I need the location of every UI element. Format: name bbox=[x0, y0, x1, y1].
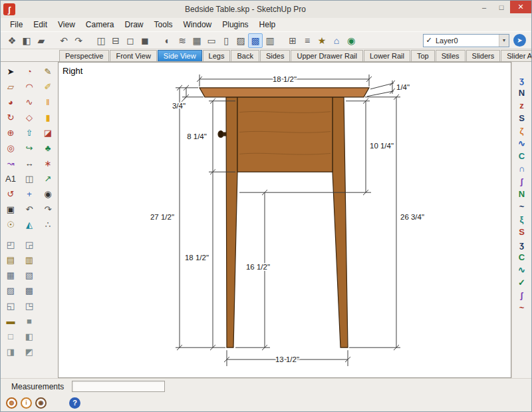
menu-plugins[interactable]: Plugins bbox=[217, 19, 253, 31]
menu-camera[interactable]: Camera bbox=[80, 19, 120, 31]
arc-tool-icon[interactable]: ◠ bbox=[21, 79, 38, 94]
box-corner2-icon[interactable]: ◳ bbox=[21, 298, 38, 313]
menu-view[interactable]: View bbox=[53, 19, 80, 31]
menu-help[interactable]: Help bbox=[254, 19, 281, 31]
tab-top[interactable]: Top bbox=[411, 50, 435, 61]
frame-icon[interactable]: □ bbox=[2, 329, 19, 343]
tab-perspective[interactable]: Perspective bbox=[59, 50, 109, 61]
edge-style-icon[interactable]: N bbox=[515, 188, 529, 200]
panel-icon[interactable]: ▥ bbox=[21, 252, 38, 267]
edge-style-icon[interactable]: ∿ bbox=[515, 264, 529, 276]
corner-block-icon[interactable]: ◩ bbox=[21, 344, 38, 359]
menu-draw[interactable]: Draw bbox=[120, 19, 149, 31]
edge-style-icon[interactable]: ✓ bbox=[515, 276, 529, 289]
edge-style-icon[interactable]: ξ bbox=[515, 213, 529, 226]
paint-icon[interactable]: ◧ bbox=[19, 33, 34, 48]
help-icon[interactable]: ? bbox=[69, 397, 80, 409]
monochrome-icon[interactable]: ▥ bbox=[263, 33, 277, 48]
menu-tools[interactable]: Tools bbox=[149, 19, 178, 31]
maximize-button[interactable]: □ bbox=[493, 1, 510, 13]
chevron-down-icon[interactable]: ▾ bbox=[499, 35, 509, 47]
dimension-tool-icon[interactable]: ↔ bbox=[21, 156, 38, 170]
close-button[interactable]: ✕ bbox=[510, 1, 531, 13]
fog-icon[interactable]: ≋ bbox=[175, 33, 190, 48]
move-tool-icon[interactable]: ⊕ bbox=[2, 125, 19, 140]
half-block-icon[interactable]: ◧ bbox=[21, 329, 38, 343]
mesh-icon[interactable]: ▧ bbox=[21, 268, 38, 282]
edge-style-icon[interactable]: ∩ bbox=[515, 162, 529, 175]
follow-me-tool-icon[interactable]: ↪ bbox=[21, 140, 38, 155]
tabletop[interactable] bbox=[200, 88, 369, 97]
compass-tool-icon[interactable]: ◔ bbox=[21, 64, 38, 79]
make-component-icon[interactable]: ❖ bbox=[5, 33, 19, 48]
shaded-icon[interactable]: ▨ bbox=[233, 33, 248, 48]
front-leg[interactable] bbox=[226, 97, 237, 347]
shaded-textures-icon[interactable]: ▩ bbox=[248, 33, 263, 48]
edge-style-icon[interactable]: C bbox=[515, 150, 529, 162]
position-camera-icon[interactable]: ☉ bbox=[2, 217, 19, 232]
protractor-tool-icon[interactable]: ◕ bbox=[2, 95, 19, 109]
block-icon[interactable]: ■ bbox=[21, 313, 38, 328]
model-info-icon[interactable]: ◉ bbox=[35, 397, 47, 409]
instructor-icon[interactable]: ➤ bbox=[513, 34, 526, 47]
credits-icon[interactable]: i bbox=[21, 397, 32, 409]
highlighter-tool-icon[interactable]: ▮ bbox=[39, 110, 57, 124]
cube-icon[interactable]: ◰ bbox=[2, 237, 19, 252]
tab-side-view[interactable]: Side View bbox=[158, 50, 202, 61]
minimize-button[interactable]: – bbox=[475, 1, 493, 13]
shadows-icon[interactable]: ◐ bbox=[160, 33, 175, 48]
layer-select[interactable]: ✓ Layer0 ▾ bbox=[423, 34, 509, 47]
tree-tool-icon[interactable]: ♣ bbox=[39, 140, 57, 155]
paint-bucket-tool-icon[interactable]: ◪ bbox=[39, 125, 57, 140]
look-around-icon[interactable]: ◭ bbox=[21, 217, 38, 232]
text-tool-icon[interactable]: A1 bbox=[2, 171, 19, 186]
edge-style-icon[interactable]: S bbox=[515, 226, 529, 238]
redo-icon[interactable]: ↷ bbox=[71, 33, 86, 48]
box-corner-icon[interactable]: ◱ bbox=[2, 298, 19, 313]
tab-sliders[interactable]: Sliders bbox=[466, 50, 501, 61]
tab-front-view[interactable]: Front View bbox=[110, 50, 156, 61]
polygon-tool-icon[interactable]: ◇ bbox=[21, 110, 38, 124]
edge-style-icon[interactable]: z bbox=[515, 99, 529, 112]
xray-icon[interactable]: ▦ bbox=[190, 33, 204, 48]
edge-style-icon[interactable]: ʃ bbox=[515, 175, 529, 188]
half-block2-icon[interactable]: ◨ bbox=[2, 344, 19, 359]
hidden-line-icon[interactable]: ▯ bbox=[219, 33, 233, 48]
edge-style-icon[interactable]: ∿ bbox=[515, 137, 529, 150]
edge-style-icon[interactable]: ʒ bbox=[515, 74, 529, 87]
tab-sides[interactable]: Sides bbox=[260, 50, 291, 61]
select-tool-icon[interactable]: ➤ bbox=[2, 64, 19, 79]
grid-icon[interactable]: ▩ bbox=[21, 283, 38, 298]
section-plane-tool-icon[interactable]: ◫ bbox=[21, 171, 38, 186]
undo-icon[interactable]: ↶ bbox=[57, 33, 71, 48]
marker-tool-icon[interactable]: ‖ bbox=[39, 95, 57, 109]
offset-tool-icon[interactable]: ◎ bbox=[2, 140, 19, 155]
tab-slider-arrangement[interactable]: Slider Arrangement bbox=[501, 50, 531, 61]
measurements-input[interactable] bbox=[72, 381, 165, 392]
styles-icon[interactable]: ★ bbox=[315, 33, 329, 48]
previous-view-icon[interactable]: ↶ bbox=[21, 202, 38, 216]
menu-edit[interactable]: Edit bbox=[28, 19, 53, 31]
scenes-icon[interactable]: ⊞ bbox=[285, 33, 300, 48]
geolocation-icon[interactable]: ◍ bbox=[6, 397, 17, 409]
pan-tool-icon[interactable]: + bbox=[21, 186, 38, 201]
tab-stiles[interactable]: Stiles bbox=[436, 50, 466, 61]
back-leg[interactable] bbox=[332, 97, 348, 347]
side-apron[interactable] bbox=[237, 97, 332, 172]
eraser-tool-icon[interactable]: ▱ bbox=[2, 79, 19, 94]
pen-tool-icon[interactable]: ✐ bbox=[39, 79, 57, 94]
zoom-extents-tool-icon[interactable]: ▣ bbox=[2, 202, 19, 216]
tab-legs[interactable]: Legs bbox=[203, 50, 231, 61]
menu-file[interactable]: File bbox=[5, 19, 28, 31]
menu-window[interactable]: Window bbox=[178, 19, 217, 31]
section-display-icon[interactable]: ◫ bbox=[94, 33, 108, 48]
scale-tool-icon[interactable]: ↗ bbox=[39, 171, 57, 186]
views-icon[interactable]: ⌂ bbox=[329, 33, 344, 48]
push-pull-tool-icon[interactable]: ⇧ bbox=[21, 125, 38, 140]
hatch-icon[interactable]: ▨ bbox=[2, 283, 19, 298]
tape-measure-tool-icon[interactable]: ↝ bbox=[2, 156, 19, 170]
freehand-tool-icon[interactable]: ∿ bbox=[21, 95, 38, 109]
camera-icon[interactable]: ◉ bbox=[344, 33, 358, 48]
next-view-icon[interactable]: ↷ bbox=[39, 202, 57, 216]
rotate-tool-icon[interactable]: ↻ bbox=[2, 110, 19, 124]
